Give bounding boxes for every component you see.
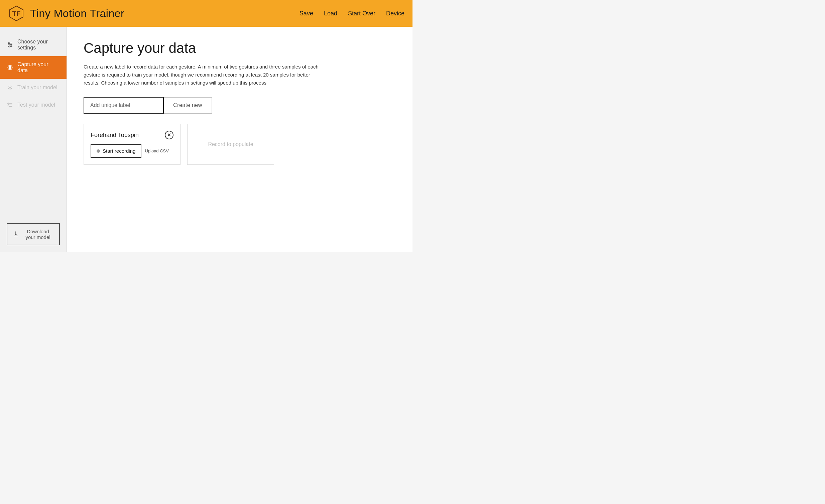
- gesture-card-header: Forehand Topspin ✕: [91, 131, 173, 139]
- svg-point-5: [8, 43, 9, 44]
- svg-point-6: [11, 44, 12, 45]
- start-recording-button[interactable]: Start recording: [91, 144, 141, 158]
- header-nav: Save Load Start Over Device: [300, 10, 404, 17]
- sidebar-item-train-label: Train your model: [17, 85, 57, 91]
- save-nav-item[interactable]: Save: [300, 10, 313, 17]
- sidebar-item-settings[interactable]: Choose your settings: [0, 33, 67, 56]
- tensorflow-logo: TF: [8, 5, 25, 22]
- scissors-icon: [7, 84, 13, 91]
- cards-row: Forehand Topspin ✕ Start recording Uploa…: [84, 124, 396, 165]
- load-nav-item[interactable]: Load: [324, 10, 337, 17]
- start-recording-label: Start recording: [103, 148, 135, 154]
- sidebar-bottom: Download your model: [0, 217, 67, 252]
- app-header: TF Tiny Motion Trainer Save Load Start O…: [0, 0, 412, 27]
- download-button-label: Download your model: [22, 229, 54, 240]
- sidebar-item-test-label: Test your model: [17, 102, 55, 108]
- sidebar: Choose your settings Capture your data T…: [0, 27, 67, 252]
- app-title: Tiny Motion Trainer: [30, 7, 124, 20]
- start-over-nav-item[interactable]: Start Over: [348, 10, 375, 17]
- svg-point-9: [9, 67, 11, 69]
- checklist-icon: [7, 102, 13, 108]
- device-nav-item[interactable]: Device: [386, 10, 404, 17]
- download-model-button[interactable]: Download your model: [7, 223, 60, 245]
- placeholder-card-text: Record to populate: [208, 141, 253, 147]
- label-input-row: Create new: [84, 97, 396, 114]
- gesture-card-forehand-topspin: Forehand Topspin ✕ Start recording Uploa…: [84, 124, 180, 165]
- header-left: TF Tiny Motion Trainer: [8, 5, 124, 22]
- sidebar-item-capture[interactable]: Capture your data: [0, 56, 67, 79]
- gesture-card-title: Forehand Topspin: [91, 132, 139, 139]
- page-title: Capture your data: [84, 40, 396, 56]
- label-input[interactable]: [84, 97, 164, 114]
- main-layout: Choose your settings Capture your data T…: [0, 27, 412, 252]
- upload-csv-link[interactable]: Upload CSV: [145, 148, 169, 153]
- sidebar-item-capture-label: Capture your data: [17, 62, 60, 74]
- svg-point-7: [9, 46, 10, 47]
- recording-row: Start recording Upload CSV: [91, 144, 173, 158]
- sliders-icon: [7, 41, 13, 48]
- main-content: Capture your data Create a new label to …: [67, 27, 412, 252]
- sidebar-item-test: Test your model: [0, 96, 67, 114]
- sidebar-item-train: Train your model: [0, 79, 67, 96]
- svg-text:TF: TF: [12, 10, 20, 17]
- create-new-button[interactable]: Create new: [164, 97, 212, 114]
- record-icon: [7, 64, 13, 71]
- placeholder-card: Record to populate: [187, 124, 274, 165]
- record-dot-icon: [97, 149, 100, 153]
- close-gesture-button[interactable]: ✕: [165, 131, 173, 139]
- sidebar-item-settings-label: Choose your settings: [17, 39, 60, 51]
- page-description: Create a new label to record data for ea…: [84, 63, 324, 87]
- download-icon: [13, 231, 19, 238]
